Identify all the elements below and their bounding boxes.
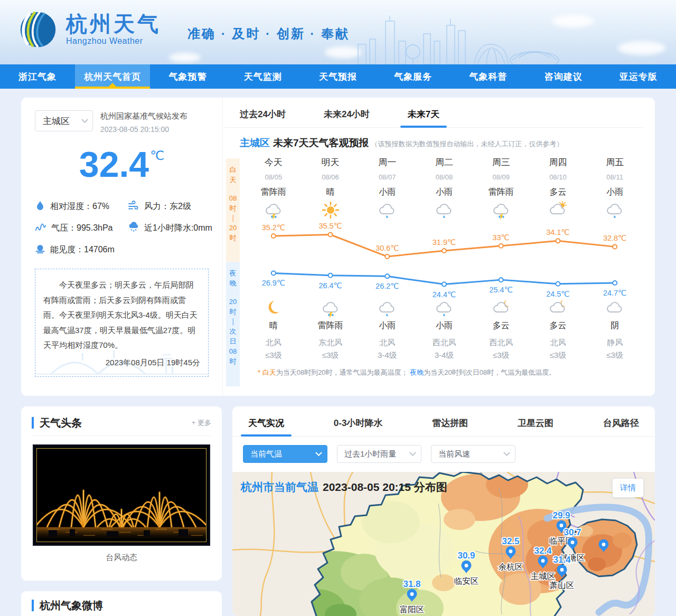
temp-label: 26.9℃ xyxy=(262,279,285,287)
station-name-label: 临安区 xyxy=(454,576,479,585)
temp-label: 25.4℃ xyxy=(490,286,513,294)
nav-item-5[interactable]: 气象服务 xyxy=(375,64,450,89)
day-date: 08/07 xyxy=(359,173,416,181)
weibo-title: 杭州气象微博 xyxy=(32,600,103,611)
temp-label: 32.8℃ xyxy=(603,234,626,242)
day-strip: 白天08时｜20时 xyxy=(226,158,240,262)
day-name: 周四 xyxy=(530,156,587,168)
station-name-label: 主城区 xyxy=(531,572,556,581)
nav-item-7[interactable]: 咨询建议 xyxy=(526,64,601,89)
night-column-0: 晴北风≤3级 xyxy=(245,299,302,361)
temp-label: 35.5℃ xyxy=(318,223,342,230)
night-column-2: 小雨北风3-4级 xyxy=(359,299,416,361)
day-weather: 雷阵雨 xyxy=(245,187,302,198)
nav-item-4[interactable]: 天气预报 xyxy=(301,64,375,89)
more-link[interactable]: + 更多 xyxy=(192,418,211,428)
tab-0[interactable]: 过去24小时 xyxy=(240,108,286,127)
night-strip: 夜晚20时｜次日08时 xyxy=(226,262,240,386)
layer-select-0[interactable]: 当前气温 xyxy=(243,445,327,463)
day-column-3: 周二08/08小雨 xyxy=(416,156,473,221)
thunderstorm-icon xyxy=(302,299,359,318)
day-date: 08/05 xyxy=(245,173,302,181)
night-weather: 多云 xyxy=(473,320,530,331)
station-temp-label: 30.7 xyxy=(564,527,581,537)
cloud-icon xyxy=(586,299,643,318)
night-column-5: 多云北风≤3级 xyxy=(530,299,587,361)
pressure-icon xyxy=(35,222,46,234)
temp-label: 24.7℃ xyxy=(603,289,626,297)
headline-image[interactable] xyxy=(33,444,210,546)
temperature-chart: 35.2℃35.5℃30.6℃31.9℃33℃34.1℃32.8℃26.9℃26… xyxy=(245,223,643,298)
publish-time: 2023-08-05 20:15:00 xyxy=(100,125,187,134)
site-header: 杭州天气 Hangzhou Weather 准确 · 及时 · 创新 · 奉献 xyxy=(0,0,676,64)
nav-item-3[interactable]: 天气监测 xyxy=(226,64,301,89)
night-forecast-row: 晴北风≤3级雷阵雨东北风≤3级小雨北风3-4级小雨西北风3-4级多云西北风≤3级… xyxy=(245,299,643,361)
station-name: 杭州国家基准气候站发布 xyxy=(100,111,187,121)
tab-2[interactable]: 雷达拼图 xyxy=(432,417,468,436)
night-weather: 阴 xyxy=(586,320,643,331)
night-column-3: 小雨西北风3-4级 xyxy=(416,299,473,361)
day-name: 周五 xyxy=(586,156,643,168)
main-nav: 浙江气象杭州天气首页气象预警天气监测天气预报气象服务气象科普咨询建议亚运专版 xyxy=(0,64,676,89)
nav-item-1[interactable]: 杭州天气首页 xyxy=(75,64,150,89)
tab-3[interactable]: 卫星云图 xyxy=(518,417,553,436)
forecast-footnote: * 白天为当天08时到20时，通常气温为最高温度； 夜晚为当天20时到次日08时… xyxy=(258,368,643,377)
humidity-icon xyxy=(35,200,45,213)
thunderstorm-icon xyxy=(473,200,530,221)
map-title-rest: 2023-08-05 20:15 分布图 xyxy=(323,481,447,493)
headline-caption[interactable]: 台风动态 xyxy=(32,553,211,563)
wind-direction: 西北风 xyxy=(416,338,473,348)
cloud-art xyxy=(169,53,201,62)
temp-label: 34.1℃ xyxy=(546,228,569,236)
day-weather: 多云 xyxy=(530,187,587,198)
stat-label: 近1小时降水:0mm xyxy=(144,223,212,234)
tab-1[interactable]: 未来24小时 xyxy=(324,108,370,127)
temperature-map[interactable]: 30.9临安区32.5余杭区32.4主城区29.9临平区30.7钱塘区31.4萧… xyxy=(232,472,655,616)
tab-4[interactable]: 台风路径 xyxy=(603,417,639,436)
skyline-art xyxy=(349,14,576,64)
wind-level: ≤3级 xyxy=(586,350,643,361)
station-temp-label: 31.4 xyxy=(553,555,571,565)
map-detail-button[interactable]: 详情 xyxy=(613,479,643,497)
night-weather: 小雨 xyxy=(416,320,473,331)
nav-item-6[interactable]: 气象科普 xyxy=(450,64,525,89)
nav-item-8[interactable]: 亚运专版 xyxy=(601,64,676,89)
rain-icon xyxy=(359,200,416,221)
tab-1[interactable]: 0-3小时降水 xyxy=(334,417,383,436)
day-column-1: 明天08/06晴 xyxy=(302,156,359,221)
select-value: 过去1小时雨量 xyxy=(344,449,396,459)
day-forecast-row: 今天08/05雷阵雨明天08/06晴周一08/07小雨周二08/08小雨周三08… xyxy=(245,156,643,221)
stat-label: 能见度：14706m xyxy=(50,244,115,255)
station-name-label: 富阳区 xyxy=(400,605,425,614)
rain-icon xyxy=(416,299,473,318)
tab-0[interactable]: 天气实况 xyxy=(248,417,284,436)
wind-direction: 西北风 xyxy=(473,338,530,348)
wind-level: 3-4级 xyxy=(359,350,416,361)
night-weather: 晴 xyxy=(245,320,302,331)
day-weather: 小雨 xyxy=(586,187,643,198)
fountain-photo-art xyxy=(37,449,206,542)
district-select[interactable]: 主城区 xyxy=(35,110,93,131)
day-weather: 雷阵雨 xyxy=(473,187,530,198)
forecast-issue-time: 2023年08月05日 19时45分 xyxy=(43,355,200,371)
tab-2[interactable]: 未来7天 xyxy=(408,108,439,127)
nav-item-0[interactable]: 浙江气象 xyxy=(0,64,75,89)
site-logo[interactable]: 杭州天气 Hangzhou Weather xyxy=(18,10,161,50)
day-date: 08/06 xyxy=(302,173,359,181)
temp-label: 31.9℃ xyxy=(433,238,456,247)
wind-level: ≤3级 xyxy=(245,350,302,361)
rain-icon xyxy=(128,222,139,234)
wind-icon xyxy=(128,200,139,213)
rain-icon xyxy=(359,299,416,318)
nav-item-2[interactable]: 气象预警 xyxy=(150,64,225,89)
layer-select-2[interactable]: 当前风速 xyxy=(431,445,515,463)
layer-select-1[interactable]: 过去1小时雨量 xyxy=(337,445,421,463)
wind-level: ≤3级 xyxy=(473,350,530,361)
time-strip: 白天08时｜20时 夜晚20时｜次日08时 xyxy=(226,158,240,396)
select-value: 当前气温 xyxy=(250,449,282,459)
logo-subtitle: Hangzhou Weather xyxy=(66,36,161,46)
station-temp-label: 32.5 xyxy=(502,536,519,546)
temp-label: 35.2℃ xyxy=(262,223,285,232)
day-name: 明天 xyxy=(302,156,359,168)
stat-0: 相对湿度：67% xyxy=(35,200,128,213)
